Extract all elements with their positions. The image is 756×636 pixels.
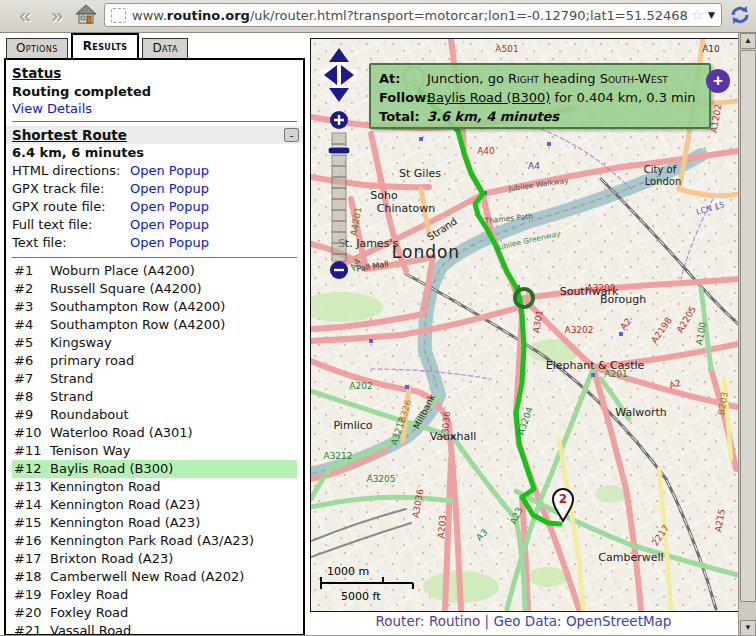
- place-label: Chinatown: [377, 202, 435, 215]
- scroll-up-icon[interactable]: ▲: [740, 33, 756, 49]
- scale-imperial-label: 5000 ft: [341, 590, 381, 603]
- map-attribution: Router: Routino | Geo Data: OpenStreetMa…: [310, 613, 737, 629]
- url-dropdown-icon[interactable]: ▼: [708, 10, 715, 20]
- step-name: Russell Square (A4200): [50, 280, 202, 298]
- pan-up-icon[interactable]: [329, 48, 349, 62]
- step-number: #7: [12, 370, 50, 388]
- at-text: Junction, go Right heading South-West: [427, 69, 668, 88]
- open-popup-link[interactable]: Open Popup: [130, 198, 209, 216]
- route-step-row[interactable]: #20 Foxley Road: [12, 604, 297, 622]
- view-details-link[interactable]: View Details: [12, 101, 92, 116]
- road-ref-label: A501: [495, 44, 518, 54]
- bookmark-star-icon[interactable]: ☆: [691, 6, 704, 24]
- pan-left-icon[interactable]: [324, 65, 337, 85]
- results-panel: Status Routing completed View Details Sh…: [4, 58, 305, 636]
- url-bar[interactable]: www.routino.org/uk/router.html?transport…: [104, 3, 722, 27]
- step-number: #13: [12, 478, 50, 496]
- file-label: Text file:: [12, 234, 130, 252]
- pan-down-icon[interactable]: [329, 88, 349, 102]
- file-row: Full text file: Open Popup: [12, 216, 297, 234]
- road-ref-label: A4: [528, 161, 540, 171]
- step-number: #9: [12, 406, 50, 424]
- routino-link[interactable]: Routino: [429, 613, 480, 629]
- step-name: Foxley Road: [50, 604, 128, 622]
- reload-icon[interactable]: [728, 4, 752, 28]
- followed-road-link[interactable]: Baylis Road (B300): [427, 90, 550, 105]
- open-popup-link[interactable]: Open Popup: [130, 180, 209, 198]
- route-step-row[interactable]: #6 primary road: [12, 352, 297, 370]
- place-label: Borough: [600, 293, 646, 306]
- url-text[interactable]: www.routino.org/uk/router.html?transport…: [132, 8, 689, 23]
- road-ref-label: A3200: [586, 283, 615, 293]
- place-label: Elephant & Castle: [546, 359, 645, 372]
- route-step-row[interactable]: #18 Camberwell New Road (A202): [12, 568, 297, 586]
- route-step-row[interactable]: #14 Kennington Road (A23): [12, 496, 297, 514]
- route-step-row[interactable]: #21 Vassall Road: [12, 622, 297, 636]
- step-number: #14: [12, 496, 50, 514]
- route-step-row[interactable]: #3 Southampton Row (A4200): [12, 298, 297, 316]
- open-popup-link[interactable]: Open Popup: [130, 162, 209, 180]
- map-viewport[interactable]: 1 2 St GilesSohoChinatownSt. James'sLond…: [310, 38, 739, 612]
- popup-follow-row: Follow: Baylis Road (B300) for 0.404 km,…: [379, 88, 701, 107]
- open-popup-link[interactable]: Open Popup: [130, 216, 209, 234]
- road-ref-label: A3205: [366, 474, 395, 484]
- step-number: #19: [12, 586, 50, 604]
- back-icon[interactable]: «: [12, 2, 38, 28]
- map-panzoom-control[interactable]: [321, 43, 357, 283]
- place-label: St Giles: [399, 167, 441, 180]
- step-number: #18: [12, 568, 50, 586]
- openstreetmap-link[interactable]: OpenStreetMap: [566, 613, 672, 629]
- route-step-row[interactable]: #5 Kingsway: [12, 334, 297, 352]
- step-name: Strand: [50, 370, 93, 388]
- route-step-row[interactable]: #4 Southampton Row (A4200): [12, 316, 297, 334]
- route-step-row[interactable]: #15 Kennington Road (A23): [12, 514, 297, 532]
- route-step-row[interactable]: #19 Foxley Road: [12, 586, 297, 604]
- zoom-slider-handle[interactable]: [328, 147, 350, 154]
- route-step-row[interactable]: #1 Woburn Place (A4200): [12, 262, 297, 280]
- route-step-row[interactable]: #12 Baylis Road (B300): [12, 460, 297, 478]
- step-number: #11: [12, 442, 50, 460]
- step-number: #12: [12, 460, 50, 478]
- step-number: #16: [12, 532, 50, 550]
- tab[interactable]: Results: [71, 33, 140, 58]
- step-name: Foxley Road: [50, 586, 128, 604]
- status-text: Routing completed: [12, 84, 297, 99]
- road-ref-label: A3202: [564, 325, 593, 335]
- step-number: #20: [12, 604, 50, 622]
- step-name: Strand: [50, 388, 93, 406]
- window-scrollbar[interactable]: ▲ ▼: [738, 33, 756, 636]
- route-step-row[interactable]: #17 Brixton Road (A23): [12, 550, 297, 568]
- file-row: GPX route file: Open Popup: [12, 198, 297, 216]
- step-name: Kennington Road (A23): [50, 496, 200, 514]
- route-step-row[interactable]: #11 Tenison Way: [12, 442, 297, 460]
- browser-toolbar: « » www.routino.org/uk/router.html?trans…: [0, 0, 756, 33]
- step-name: Camberwell New Road (A202): [50, 568, 244, 586]
- pan-right-icon[interactable]: [341, 65, 354, 85]
- forward-icon[interactable]: »: [44, 2, 70, 28]
- route-step-row[interactable]: #10 Waterloo Road (A301): [12, 424, 297, 442]
- tab-label: Data: [152, 41, 177, 55]
- route-step-row[interactable]: #9 Roundabout: [12, 406, 297, 424]
- at-label: At:: [379, 69, 427, 88]
- route-step-row[interactable]: #7 Strand: [12, 370, 297, 388]
- step-name: Kingsway: [50, 334, 112, 352]
- home-icon[interactable]: [74, 3, 98, 27]
- route-step-row[interactable]: #13 Kennington Road: [12, 478, 297, 496]
- tab[interactable]: Data: [142, 38, 187, 58]
- panel-tabs: OptionsResultsData: [6, 36, 191, 58]
- scroll-down-icon[interactable]: ▼: [740, 620, 756, 636]
- open-popup-link[interactable]: Open Popup: [130, 234, 209, 252]
- step-number: #10: [12, 424, 50, 442]
- collapse-button[interactable]: -: [284, 128, 299, 142]
- route-step-row[interactable]: #16 Kennington Park Road (A3/A23): [12, 532, 297, 550]
- route-step-row[interactable]: #8 Strand: [12, 388, 297, 406]
- route-step-row[interactable]: #2 Russell Square (A4200): [12, 280, 297, 298]
- step-number: #21: [12, 622, 50, 636]
- road-ref-label: A201: [604, 369, 627, 379]
- attribution-separator: |: [480, 613, 493, 629]
- scrollbar-thumb[interactable]: [740, 50, 756, 602]
- tab[interactable]: Options: [6, 38, 68, 58]
- layer-switcher-icon[interactable]: +: [706, 69, 730, 93]
- place-label: City of: [644, 164, 677, 175]
- file-label: HTML directions:: [12, 162, 130, 180]
